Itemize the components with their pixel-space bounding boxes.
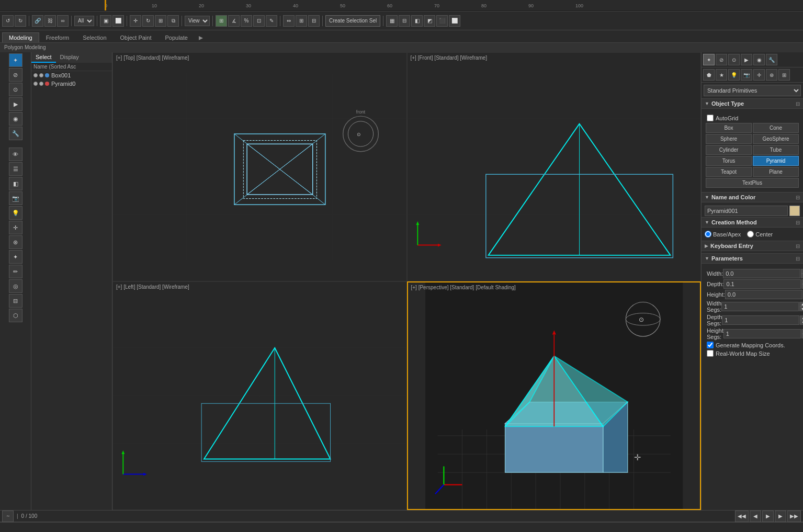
- bottom-section: ～ | 0 / 100 ◀◀ ◀ ▶ ▶ ▶▶ 0 10 20 30 40 50…: [0, 510, 803, 532]
- ruler-svg: 0 10 20 30 40 50 60 70 80 90 100: [0, 522, 803, 532]
- timeline-ruler[interactable]: 0 10 20 30 40 50 60 70 80 90 100: [0, 522, 803, 532]
